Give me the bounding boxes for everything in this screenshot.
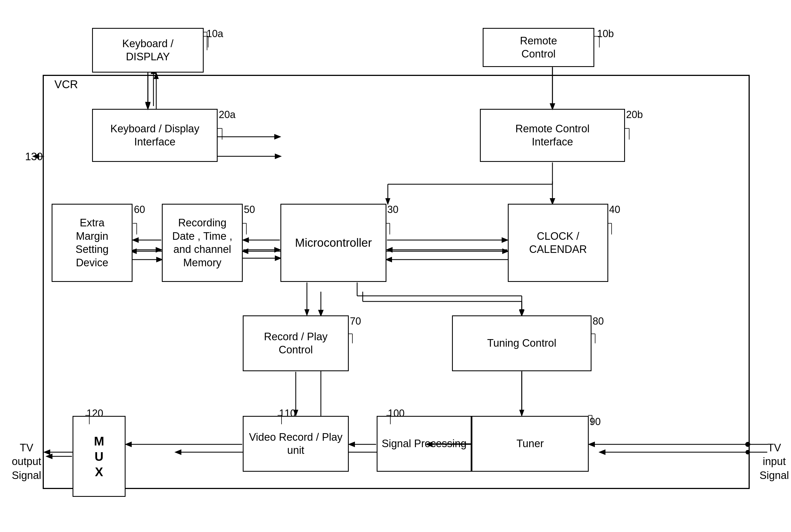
ref-50: 50 [244, 204, 255, 215]
vcr-label: VCR [54, 78, 78, 91]
tv-input-label: TVinputSignal [756, 441, 791, 482]
keyboard-display-label: Keyboard /DISPLAY [122, 37, 174, 64]
recording-memory-block: RecordingDate , Time ,and channelMemory [162, 204, 243, 282]
ref-10b: 10b [597, 28, 614, 40]
ref-70: 70 [350, 316, 361, 327]
video-record-play-label: Video Record / Playunit [249, 431, 342, 457]
remote-control-interface-block: Remote ControlInterface [480, 109, 625, 162]
ref-110: 110 [279, 407, 296, 419]
ref-20b: 20b [626, 109, 643, 120]
remote-control-interface-label: Remote ControlInterface [515, 122, 590, 149]
extra-margin-block: ExtraMarginSettingDevice [52, 204, 133, 282]
keyboard-display-interface-label: Keyboard / DisplayInterface [111, 122, 199, 149]
ref-30: 30 [387, 204, 399, 215]
keyboard-display-block: Keyboard /DISPLAY [92, 28, 204, 73]
svg-marker-42 [598, 449, 605, 455]
microcontroller-block: Microcontroller [281, 204, 386, 282]
tuner-label: Tuner [517, 437, 544, 451]
tv-output-label: TVoutputSignal [8, 441, 45, 482]
ref-90: 90 [590, 416, 601, 428]
diagram: Keyboard /DISPLAY 10a RemoteControl 10b … [0, 0, 791, 532]
svg-point-44 [746, 450, 750, 454]
clock-calendar-label: CLOCK /CALENDAR [529, 230, 587, 256]
microcontroller-label: Microcontroller [295, 235, 372, 250]
ref-100: 100 [388, 407, 405, 419]
ref-40: 40 [609, 204, 620, 215]
tuning-control-block: Tuning Control [452, 316, 592, 371]
record-play-control-block: Record / PlayControl [243, 316, 349, 371]
svg-marker-2 [145, 102, 151, 109]
remote-control-label: RemoteControl [520, 34, 557, 61]
ref-60: 60 [134, 204, 145, 215]
keyboard-display-interface-block: Keyboard / DisplayInterface [92, 109, 218, 162]
remote-control-block: RemoteControl [483, 28, 594, 67]
video-record-play-block: Video Record / Playunit [243, 416, 349, 472]
svg-marker-8 [275, 153, 282, 159]
ref-130: 130 [25, 151, 43, 163]
ref-120: 120 [86, 407, 103, 419]
svg-marker-38 [174, 449, 181, 455]
tuning-control-label: Tuning Control [487, 337, 556, 350]
tuner-block: Tuner [471, 416, 589, 472]
mux-block: MUX [73, 416, 126, 497]
signal-processing-label: Signal Processing [382, 437, 466, 451]
ref-80: 80 [593, 316, 604, 327]
clock-calendar-block: CLOCK /CALENDAR [508, 204, 608, 282]
recording-memory-label: RecordingDate , Time ,and channelMemory [172, 216, 232, 269]
extra-margin-label: ExtraMarginSettingDevice [76, 216, 109, 269]
ref-20a: 20a [219, 109, 235, 120]
ref-10a: 10a [207, 28, 223, 40]
record-play-control-label: Record / PlayControl [264, 330, 328, 357]
mux-label: MUX [94, 434, 104, 479]
signal-processing-block: Signal Processing [377, 416, 471, 472]
